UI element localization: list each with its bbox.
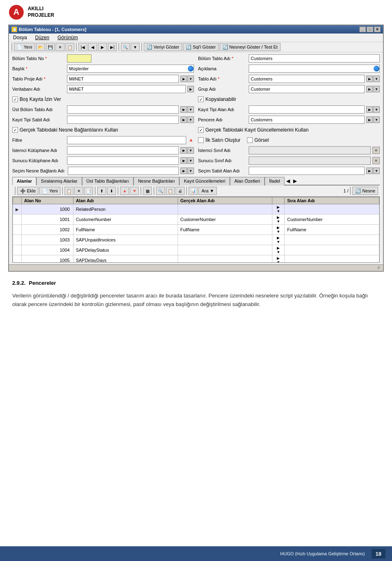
inner-sort-down-button[interactable]: ⬇ [107, 187, 116, 195]
inner-print-button[interactable]: 🖨 [176, 187, 185, 195]
tablo-proje-arrow-down[interactable]: ▼ [187, 76, 194, 82]
secim-sabit-arrow-right[interactable]: ▶ [366, 168, 373, 174]
tablo-proje-arrow-right[interactable]: ▶ [180, 76, 187, 82]
tab-sirali[interactable]: Sıralanmış Alanlar [36, 177, 82, 186]
inner-ara-button[interactable]: Ara▼ [198, 187, 217, 195]
copy-button[interactable]: 📋 [65, 43, 74, 51]
cell-arrows[interactable]: ▶ ▼ [272, 245, 285, 255]
last-button[interactable]: ▶| [108, 43, 117, 51]
tab-scroll-left[interactable]: ◀ [285, 177, 292, 185]
gorsel-checkbox[interactable] [247, 137, 253, 143]
tab-scroll-right[interactable]: ▶ [292, 177, 298, 185]
col-header-sira-alan[interactable]: Sıra Alan Adı [285, 197, 379, 204]
kayit-tipi-alan-input[interactable] [249, 105, 365, 114]
filtre-input[interactable] [67, 136, 186, 144]
kayit-tipi-sabit-input[interactable] [67, 116, 179, 124]
inner-yeni-button[interactable]: 📄 Yeni [39, 187, 60, 195]
open-button[interactable]: 📂 [36, 43, 45, 51]
ust-bolum-arrow-right[interactable]: ▶ [180, 106, 187, 113]
save-button[interactable]: 💾 [46, 43, 55, 51]
col-header-alan-no[interactable]: Alan No [22, 197, 74, 204]
sunucu-sinif-browse[interactable]: ≡ [372, 157, 380, 164]
view-data-button[interactable]: 🔄 Veriyi Göster [144, 43, 182, 51]
ust-bolum-arrow-down[interactable]: ▼ [187, 106, 194, 113]
bolum-tablo-adi-input[interactable] [249, 54, 380, 63]
sunucu-sinif-input[interactable] [249, 156, 371, 165]
tab-nesne[interactable]: Nesne Bağlantıları [134, 177, 180, 186]
inner-nesne-button[interactable]: 🔄 Nesne [352, 187, 378, 195]
view-sql-button[interactable]: 🔄 Sql'i Göster [183, 43, 219, 51]
sunucu-kutuphane-input[interactable] [67, 156, 179, 165]
inner-paste-button[interactable]: 📑 [84, 187, 93, 195]
bos-kayita-checkbox[interactable]: ✓ [12, 96, 18, 102]
close-button[interactable]: ✕ [374, 27, 381, 32]
table-row[interactable]: 1004 SAPDelayStatus ▶ ▼ [13, 245, 379, 255]
cell-arrows[interactable]: ▶ ▼ [272, 215, 285, 225]
inner-clear-filter-button[interactable]: 🔻 [130, 187, 139, 195]
tablo-adi-arrow-down[interactable]: ▼ [373, 76, 380, 82]
new-button[interactable]: 📄 Yeni [14, 43, 35, 51]
secim-sabit-arrow-down[interactable]: ▼ [373, 168, 380, 174]
gercek-nesne-checkbox[interactable]: ✓ [12, 127, 18, 133]
sunucu-kutuphane-arrow-down[interactable]: ▼ [187, 157, 194, 164]
istemci-kutuphane-arrow-right[interactable]: ▶ [180, 147, 187, 154]
istemci-kutuphane-input[interactable] [67, 146, 179, 154]
minimize-button[interactable]: _ [359, 27, 366, 32]
maximize-button[interactable]: □ [367, 27, 373, 32]
pencere-adi-arrow-right[interactable]: ▶ [366, 116, 373, 123]
tab-ifadel[interactable]: İfadel [265, 177, 285, 186]
inner-copy-button[interactable]: 📋 [65, 187, 74, 195]
veritabani-arrow[interactable]: ▶ [187, 86, 194, 92]
istemci-sinif-input[interactable] [249, 146, 371, 154]
tab-kayit[interactable]: Kayıt Güncellemeleri [179, 177, 230, 186]
bolum-tablo-no-input[interactable] [67, 54, 91, 63]
cell-arrows[interactable]: ▶ ▼ [272, 255, 285, 263]
scroll-area[interactable]: Alan No Alan Adı Gerçek Alan Adı Sıra Al… [13, 197, 379, 262]
tablo-adi-arrow-right[interactable]: ▶ [366, 76, 373, 82]
menu-gorunum[interactable]: Görünüm [57, 34, 79, 41]
cell-arrows[interactable]: ▶ ▼ [272, 225, 285, 235]
secim-nesne-input[interactable] [68, 167, 179, 175]
dropdown-button[interactable]: ▼ [131, 43, 140, 51]
inner-graph-button[interactable]: 📊 [189, 187, 198, 195]
cell-arrows[interactable]: ▶ ▼ [272, 204, 285, 215]
inner-ekle-button[interactable]: ➕ Ekle [17, 187, 38, 195]
ilk-satir-checkbox[interactable] [198, 137, 204, 143]
veritabani-adi-input[interactable] [67, 85, 186, 93]
grup-adi-input[interactable] [249, 85, 365, 93]
view-obj-button[interactable]: 🔄 Nesneyi Göster / Test Et [220, 43, 281, 51]
ust-bolum-input[interactable] [67, 105, 179, 114]
inner-delete-button[interactable]: ✕ [74, 187, 83, 195]
next-button[interactable]: ▶ [98, 43, 107, 51]
baslik-input[interactable] [67, 65, 187, 72]
cell-arrows[interactable]: ▶ ▼ [272, 235, 285, 245]
inner-clipboard-button[interactable]: 📋 [166, 187, 175, 195]
kayit-tipi-alan-arrow-right[interactable]: ▶ [366, 106, 373, 113]
col-header-alan-adi[interactable]: Alan Adı [73, 197, 178, 204]
inner-filter-button[interactable]: 🔺 [120, 187, 129, 195]
kayit-tipi-sabit-arrow-right[interactable]: ▶ [180, 116, 187, 123]
secim-sabit-input[interactable] [249, 167, 365, 175]
tab-alanlar[interactable]: Alanlar [12, 177, 36, 186]
istemci-sinif-browse[interactable]: ≡ [372, 147, 380, 154]
inner-sort-up-button[interactable]: ⬆ [97, 187, 106, 195]
sunucu-kutuphane-arrow-right[interactable]: ▶ [180, 157, 187, 164]
tablo-proje-adi-input[interactable] [67, 75, 179, 83]
kayit-tipi-alan-arrow-down[interactable]: ▼ [373, 106, 380, 113]
prev-button[interactable]: ◀ [88, 43, 97, 51]
secim-nesne-arrow-down[interactable]: ▼ [187, 168, 194, 174]
table-row[interactable]: 1003 SAPUnpaidInvoices ▶ ▼ [13, 235, 379, 245]
delete-button[interactable]: ✕ [56, 43, 65, 51]
table-row[interactable]: 1005 SAPDelayDays ▶ ▼ [13, 255, 379, 263]
search-button[interactable]: 🔍 [121, 43, 130, 51]
pencere-adi-arrow-down[interactable]: ▼ [373, 116, 380, 123]
title-controls[interactable]: _ □ ✕ [359, 27, 381, 32]
tablo-adi-input[interactable] [249, 75, 365, 83]
tab-ust-tablo[interactable]: Üst Tablo Bağlantıları [82, 177, 134, 186]
kayit-tipi-sabit-arrow-down[interactable]: ▼ [187, 116, 194, 123]
kopyalanabilir-checkbox[interactable]: ✓ [198, 96, 204, 102]
col-header-gercek-alan[interactable]: Gerçek Alan Adı [178, 197, 272, 204]
table-row[interactable]: 1001 CustomerNumber CustomerNumber ▶ ▼ C… [13, 215, 379, 225]
grup-adi-arrow-down[interactable]: ▼ [373, 86, 380, 92]
menu-dosya[interactable]: Dosya [12, 34, 28, 41]
